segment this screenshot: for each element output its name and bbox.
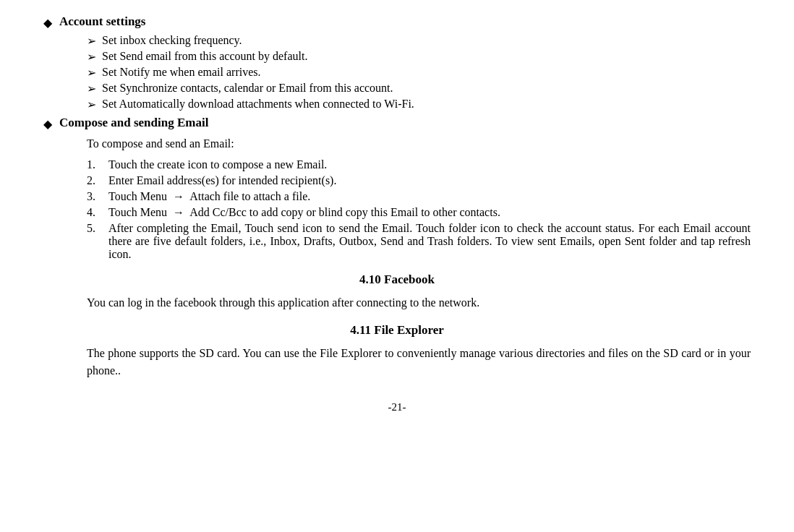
num-4: 4. bbox=[87, 206, 108, 219]
bullet-diamond-1: ◆ bbox=[43, 16, 52, 30]
account-settings-list: ➢ Set inbox checking frequency. ➢ Set Se… bbox=[87, 34, 751, 111]
facebook-body: You can log in the facebook through this… bbox=[87, 294, 751, 312]
bullet-diamond-2: ◆ bbox=[43, 117, 52, 131]
file-explorer-body: The phone supports the SD card. You can … bbox=[87, 345, 751, 379]
list-item-text: Set Notify me when email arrives. bbox=[102, 66, 261, 79]
page-number: -21- bbox=[43, 401, 751, 413]
numbered-item-text: Enter Email address(es) for intended rec… bbox=[108, 174, 336, 187]
facebook-body-text: You can log in the facebook through this… bbox=[87, 296, 479, 309]
file-explorer-heading-text: 4.11 File Explorer bbox=[350, 323, 444, 337]
list-item: ➢ Set inbox checking frequency. bbox=[87, 34, 751, 48]
numbered-item-text: After completing the Email, Touch send i… bbox=[108, 222, 751, 261]
file-explorer-heading: 4.11 File Explorer bbox=[43, 323, 751, 338]
numbered-item-4: 4. Touch Menu → Add Cc/Bcc to add copy o… bbox=[87, 206, 751, 219]
list-item: ➢ Set Synchronize contacts, calendar or … bbox=[87, 82, 751, 95]
facebook-heading: 4.10 Facebook bbox=[43, 273, 751, 287]
numbered-item-text: Touch Menu → Add Cc/Bcc to add copy or b… bbox=[108, 206, 500, 219]
num-1: 1. bbox=[87, 158, 108, 171]
num-3: 3. bbox=[87, 190, 108, 203]
numbered-item-1: 1. Touch the create icon to compose a ne… bbox=[87, 158, 751, 171]
compose-sending-section: ◆ Compose and sending Email bbox=[43, 116, 751, 131]
list-item-text: Set inbox checking frequency. bbox=[102, 34, 242, 47]
arrow-icon-2: ➢ bbox=[87, 50, 96, 64]
list-item: ➢ Set Send email from this account by de… bbox=[87, 50, 751, 64]
arrow-icon-1: ➢ bbox=[87, 34, 96, 48]
compose-intro: To compose and send an Email: bbox=[87, 135, 751, 153]
numbered-item-text: Touch Menu → Attach file to attach a fil… bbox=[108, 190, 310, 203]
file-explorer-body-text: The phone supports the SD card. You can … bbox=[87, 347, 751, 377]
arrow-icon-4: ➢ bbox=[87, 82, 96, 95]
numbered-item-3: 3. Touch Menu → Attach file to attach a … bbox=[87, 190, 751, 203]
list-item: ➢ Set Automatically download attachments… bbox=[87, 98, 751, 111]
num-2: 2. bbox=[87, 174, 108, 187]
facebook-heading-text: 4.10 Facebook bbox=[359, 273, 435, 286]
numbered-item-5: 5. After completing the Email, Touch sen… bbox=[87, 222, 751, 261]
account-settings-title: Account settings bbox=[59, 14, 145, 28]
list-item: ➢ Set Notify me when email arrives. bbox=[87, 66, 751, 80]
arrow-icon-5: ➢ bbox=[87, 98, 96, 111]
list-item-text: Set Synchronize contacts, calendar or Em… bbox=[102, 82, 393, 95]
list-item-text: Set Send email from this account by defa… bbox=[102, 50, 307, 63]
compose-numbered-list: 1. Touch the create icon to compose a ne… bbox=[87, 158, 751, 261]
list-item-text: Set Automatically download attachments w… bbox=[102, 98, 414, 111]
page-number-text: -21- bbox=[388, 401, 406, 413]
compose-intro-text: To compose and send an Email: bbox=[87, 137, 234, 150]
compose-sending-title: Compose and sending Email bbox=[59, 116, 208, 129]
arrow-icon-3: ➢ bbox=[87, 66, 96, 80]
numbered-item-2: 2. Enter Email address(es) for intended … bbox=[87, 174, 751, 187]
num-5: 5. bbox=[87, 222, 108, 235]
numbered-item-text: Touch the create icon to compose a new E… bbox=[108, 158, 327, 171]
account-settings-section: ◆ Account settings bbox=[43, 14, 751, 30]
